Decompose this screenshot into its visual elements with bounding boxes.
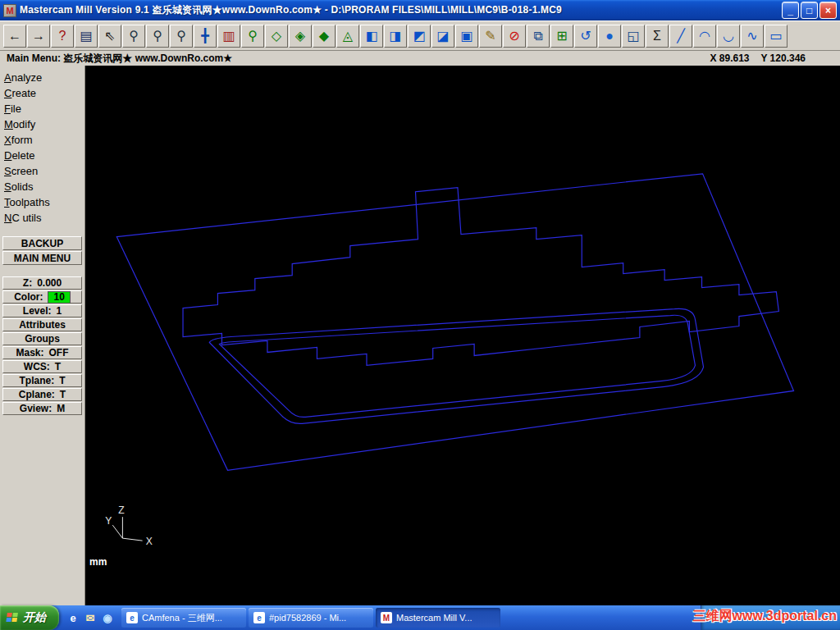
status-groups-button[interactable]: Groups <box>2 332 82 345</box>
create-rectangle-button[interactable]: ▭ <box>765 25 788 48</box>
create-line-button[interactable]: ╱ <box>669 25 692 48</box>
sidebar-item-nc-utils[interactable]: NC utils <box>0 210 84 226</box>
file-edit-button[interactable]: ▤ <box>75 25 98 48</box>
status-color-value: 10 <box>48 291 70 304</box>
windows-logo-icon <box>6 613 19 623</box>
sidebar-buttons: BACKUPMAIN MENU <box>0 235 84 266</box>
cplane-top-button[interactable]: ◧ <box>360 25 383 48</box>
wireframe-plate-outline[interactable] <box>116 174 793 470</box>
sidebar-item-create[interactable]: Create <box>0 85 84 101</box>
sidebar-item-analyze[interactable]: Analyze <box>0 70 84 85</box>
create-arc-icon: ◠ <box>699 30 710 43</box>
task-browser-2-taskbutton[interactable]: e#pid7582869 - Mi... <box>249 608 373 628</box>
status-level-button[interactable]: Level:1 <box>2 304 82 317</box>
status-attributes-button[interactable]: Attributes <box>2 318 82 331</box>
backup-button[interactable]: BACKUP <box>2 236 82 250</box>
cplane-front-button[interactable]: ◨ <box>384 25 407 48</box>
pan-button[interactable]: ╋ <box>194 25 217 48</box>
screen-grid-button[interactable]: ⊞ <box>550 25 573 48</box>
zoom-button[interactable]: ⚲ <box>122 25 145 48</box>
wireframe-groove-inner[interactable] <box>219 315 695 417</box>
maximize-button[interactable]: □ <box>801 2 818 19</box>
quicklaunch-media-icon[interactable]: ◉ <box>100 610 115 625</box>
wireframe-step-contour[interactable] <box>183 188 778 366</box>
forward-button[interactable]: → <box>27 25 50 48</box>
tray-icon-1[interactable]: ◆ <box>710 612 721 623</box>
gview-iso-button[interactable]: ◬ <box>336 25 359 48</box>
repaint-icon: ▥ <box>222 30 235 43</box>
sidebar-item-modify[interactable]: Modify <box>0 116 84 132</box>
axis-label-x: X <box>146 536 153 547</box>
screen-blank-icon: ✎ <box>485 30 495 43</box>
sidebar-item-toolpaths[interactable]: Toolpaths <box>0 194 84 210</box>
status-color-button[interactable]: Color:10 <box>2 290 82 304</box>
minimize-button[interactable]: _ <box>782 2 799 19</box>
gview-top-icon: ◇ <box>272 30 281 43</box>
fit-screen-button[interactable]: ⚲ <box>241 25 264 48</box>
status-cplane-button[interactable]: Cplane:T <box>2 388 82 401</box>
sidebar-menu: AnalyzeCreateFileModifyXformDeleteScreen… <box>0 70 84 226</box>
cplane-side-icon: ◩ <box>413 30 425 43</box>
menu-strip: Main Menu: 盗乐城资讯网★ www.DownRo.com★ X 89.… <box>0 51 840 66</box>
create-fillet-button[interactable]: ◡ <box>717 25 740 48</box>
status-z-depth-button[interactable]: Z:0.000 <box>2 276 82 290</box>
cplane-iso-button[interactable]: ◪ <box>431 25 454 48</box>
task-mastercam-taskbutton[interactable]: MMastercam Mill V... <box>376 608 500 628</box>
status-color-label: Color: <box>14 291 43 303</box>
sidebar-item-file[interactable]: File <box>0 101 84 116</box>
gview-side-button[interactable]: ◆ <box>313 25 336 48</box>
create-fillet-icon: ◡ <box>723 30 734 43</box>
status-tplane-button[interactable]: Tplane:T <box>2 374 82 387</box>
unzoom-button[interactable]: ⚲ <box>170 25 193 48</box>
axis-gnomon-line-2 <box>112 525 122 538</box>
cplane-side-button[interactable]: ◩ <box>408 25 431 48</box>
quicklaunch-browser-icon[interactable]: e <box>66 610 80 625</box>
cursor-help-button[interactable]: ⇖ <box>98 25 121 48</box>
gview-front-button[interactable]: ◈ <box>289 25 312 48</box>
status-gview-button[interactable]: Gview:M <box>2 402 82 415</box>
gview-top-button[interactable]: ◇ <box>265 25 288 48</box>
create-arc-button[interactable]: ◠ <box>693 25 716 48</box>
shade-button[interactable]: ● <box>598 25 621 48</box>
status-wcs-button[interactable]: WCS:T <box>2 360 82 373</box>
status-gview-label: Gview: <box>20 403 52 414</box>
repaint-button[interactable]: ▥ <box>217 25 240 48</box>
taskbar-tasks: eCAmfena - 三维网...e#pid7582869 - Mi...MMa… <box>121 608 500 628</box>
viewport-icon: ◱ <box>627 30 639 43</box>
sidebar-item-delete[interactable]: Delete <box>0 148 84 163</box>
graphics-canvas[interactable]: ZYX mm <box>85 66 840 605</box>
status-wcs-value: T <box>55 361 61 372</box>
sidebar-item-xform[interactable]: Xform <box>0 132 84 148</box>
help-button[interactable]: ? <box>51 25 74 48</box>
wireframe-svg: ZYX <box>85 66 840 605</box>
taskbar: 开始 e✉◉ eCAmfena - 三维网...e#pid7582869 - M… <box>0 605 840 630</box>
back-button[interactable]: ← <box>3 25 26 48</box>
task-browser-2-label: #pid7582869 - Mi... <box>269 613 346 623</box>
start-button[interactable]: 开始 <box>0 605 59 630</box>
undo-button[interactable]: ↺ <box>574 25 597 48</box>
create-spline-button[interactable]: ∿ <box>741 25 764 48</box>
zoom-window-button[interactable]: ⚲ <box>146 25 169 48</box>
status-gview-value: M <box>57 403 65 414</box>
tray-icon-2[interactable]: ◆ <box>725 612 737 623</box>
screen-blank-button[interactable]: ✎ <box>479 25 502 48</box>
viewport-button[interactable]: ◱ <box>622 25 645 48</box>
close-button[interactable]: × <box>819 2 837 19</box>
status-level-label: Level: <box>23 305 52 317</box>
sidebar-item-screen[interactable]: Screen <box>0 163 84 179</box>
main-menu-button[interactable]: MAIN MENU <box>2 251 82 265</box>
cplane-3d-button[interactable]: ▣ <box>455 25 478 48</box>
sidebar-status: Z:0.000Color:10Level:1AttributesGroupsMa… <box>0 276 84 416</box>
zoom-icon: ⚲ <box>129 30 139 43</box>
status-mask-button[interactable]: Mask:OFF <box>2 346 82 359</box>
cplane-3d-icon: ▣ <box>460 30 472 43</box>
quicklaunch-mail-icon[interactable]: ✉ <box>83 610 98 625</box>
delete-button[interactable]: ⊘ <box>503 25 526 48</box>
wireframe-groove-outer[interactable] <box>209 308 703 423</box>
task-browser-1-taskbutton[interactable]: eCAmfena - 三维网... <box>121 608 246 628</box>
status-mask-label: Mask: <box>16 347 43 358</box>
analyze-sigma-button[interactable]: Σ <box>646 25 669 48</box>
undelete-button[interactable]: ⧉ <box>527 25 550 48</box>
sidebar-item-solids[interactable]: Solids <box>0 179 84 194</box>
analyze-sigma-icon: Σ <box>653 30 661 43</box>
